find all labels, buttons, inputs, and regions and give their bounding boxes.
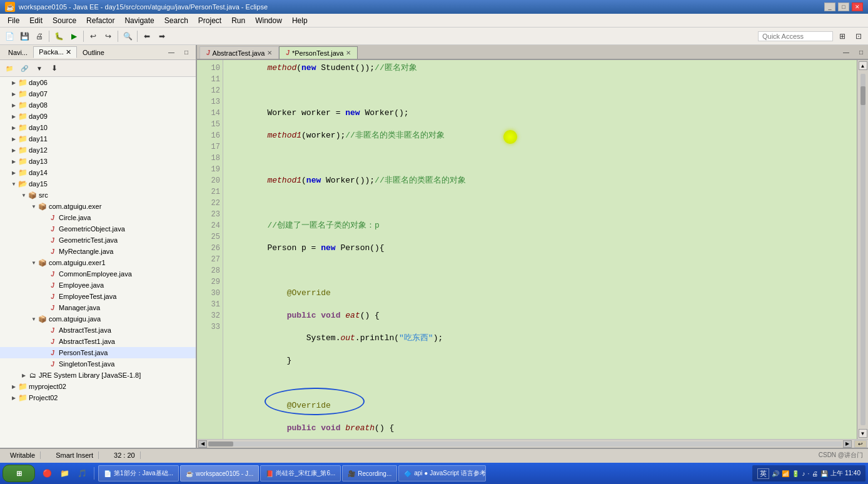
title-bar-controls[interactable]: _ □ ✕ <box>824 3 863 11</box>
minimize-button[interactable]: _ <box>824 3 835 11</box>
debug-button[interactable]: 🐛 <box>52 29 66 43</box>
minimize-panel-button[interactable]: — <box>164 46 178 59</box>
menu-navigate[interactable]: Navigate <box>119 15 159 26</box>
tree-item-day13[interactable]: ▶ 📁 day13 <box>0 156 196 167</box>
code-scroll[interactable]: 10 11 12 13 14 15 16 17 18 19 20 21 <box>197 60 857 439</box>
run-button[interactable]: ▶ <box>67 29 81 43</box>
menu-window[interactable]: Window <box>250 15 287 26</box>
menu-file[interactable]: File <box>3 15 24 26</box>
prev-button[interactable]: ➡ <box>155 29 169 43</box>
tree-item-myproject02[interactable]: ▶ 📁 myproject02 <box>0 381 196 392</box>
taskbar-app-recording[interactable]: 🎥 Recording... <box>342 465 397 481</box>
tree-item-singleton-test[interactable]: J SingletonTest.java <box>0 358 196 370</box>
tab-person-test[interactable]: J *PersonTest.java ✕ <box>279 46 358 59</box>
code-editor[interactable]: method(new Student());//匿名对象 Worker work… <box>223 60 857 439</box>
tree-item-exer[interactable]: ▼ 📦 com.atguigu.exer <box>0 201 196 212</box>
taskbar-explorer-icon[interactable]: 📁 <box>56 465 73 481</box>
horizontal-scroll-thumb[interactable] <box>208 441 233 446</box>
minimize-editor-button[interactable]: — <box>839 45 853 59</box>
tab-close-active-button[interactable]: ✕ <box>346 49 351 56</box>
print-icon[interactable]: 🖨 <box>812 470 818 477</box>
tab-outline[interactable]: Outline <box>77 47 110 58</box>
menu-edit[interactable]: Edit <box>24 15 48 26</box>
battery-icon[interactable]: 🔋 <box>792 470 799 477</box>
editor-area[interactable]: 10 11 12 13 14 15 16 17 18 19 20 21 <box>197 60 857 439</box>
tree-item-geometric-object[interactable]: J GeometricObject.java <box>0 223 196 234</box>
print-button[interactable]: 🖨 <box>33 29 46 43</box>
tree-item-circle[interactable]: J Circle.java <box>0 212 196 223</box>
tree-item-day15[interactable]: ▼ 📂 day15 <box>0 178 196 189</box>
close-button[interactable]: ✕ <box>852 3 863 11</box>
tab-package-explorer[interactable]: Packa... ✕ <box>33 46 77 58</box>
search-toolbar-button[interactable]: 🔍 <box>121 29 134 43</box>
scrollbar-thumb[interactable] <box>860 86 865 105</box>
tree-item-day08[interactable]: ▶ 📁 day08 <box>0 99 196 111</box>
music-icon[interactable]: ♪ <box>802 470 805 477</box>
tree-item-day14[interactable]: ▶ 📁 day14 <box>0 167 196 178</box>
mini-btn-1[interactable]: ▲ <box>859 61 867 70</box>
redo-button[interactable]: ↪ <box>101 29 115 43</box>
tab-close-button[interactable]: ✕ <box>267 49 272 56</box>
save-icon[interactable]: 💾 <box>820 470 828 477</box>
tree-item-day12[interactable]: ▶ 📁 day12 <box>0 144 196 156</box>
tree-item-jre[interactable]: ▶ 🗂 JRE System Library [JavaSE-1.8] <box>0 370 196 381</box>
tree-item-project02[interactable]: ▶ 📁 Project02 <box>0 392 196 403</box>
next-button[interactable]: ⬅ <box>140 29 154 43</box>
view-btn[interactable]: ⊡ <box>852 29 865 43</box>
taskbar-chrome-icon[interactable]: 🔴 <box>39 465 55 481</box>
tree-item-common-employee[interactable]: J CommonEmployee.java <box>0 268 196 280</box>
tree-item-src[interactable]: ▼ 📦 src <box>0 189 196 201</box>
perspective-btn[interactable]: ⊞ <box>835 29 849 43</box>
menu-help[interactable]: Help <box>287 15 313 26</box>
tree-item-myrectangle[interactable]: J MyRectangle.java <box>0 246 196 257</box>
tree-item-day06[interactable]: ▶ 📁 day06 <box>0 77 196 88</box>
tree-item-day07[interactable]: ▶ 📁 day07 <box>0 88 196 99</box>
tab-navigator[interactable]: Navi... <box>3 47 33 58</box>
tree-item-abstract-test[interactable]: J AbstractTest.java <box>0 325 196 336</box>
tree-item-person-test[interactable]: J PersonTest.java <box>0 347 196 358</box>
scroll-right-button[interactable]: ▶ <box>843 440 852 448</box>
tree-item-geometric-test[interactable]: J GeometricTest.java <box>0 234 196 246</box>
tree-item-employee[interactable]: J Employee.java <box>0 280 196 291</box>
maximize-editor-button[interactable]: □ <box>854 45 868 59</box>
tree-item-manager[interactable]: J Manager.java <box>0 302 196 313</box>
scroll-left-button[interactable]: ◀ <box>198 440 207 448</box>
tree-item-day10[interactable]: ▶ 📁 day10 <box>0 122 196 133</box>
view-menu-button[interactable]: ▼ <box>33 61 46 75</box>
tree-item-day09[interactable]: ▶ 📁 day09 <box>0 111 196 122</box>
save-button[interactable]: 💾 <box>18 29 31 43</box>
horizontal-scroll-track[interactable] <box>208 441 842 446</box>
down-arrow-btn[interactable]: ⬇ <box>48 61 61 75</box>
menu-refactor[interactable]: Refactor <box>81 15 119 26</box>
src-icon: 📦 <box>28 190 38 200</box>
tree-item-abstract-test1[interactable]: J AbstractTest1.java <box>0 336 196 347</box>
quick-access-input[interactable] <box>758 31 833 41</box>
menu-source[interactable]: Source <box>48 15 81 26</box>
volume-icon[interactable]: 🔊 <box>772 470 779 477</box>
undo-button[interactable]: ↩ <box>86 29 100 43</box>
maximize-panel-button[interactable]: □ <box>179 46 193 59</box>
tree-item-employee-test[interactable]: J EmployeeTest.java <box>0 291 196 302</box>
taskbar-media-icon[interactable]: 🎵 <box>74 465 90 481</box>
link-editor-button[interactable]: 🔗 <box>18 61 31 75</box>
taskbar-app-js-docs[interactable]: 🔷 api ● JavaScript 语言参考... <box>398 465 486 481</box>
new-button[interactable]: 📄 <box>3 29 16 43</box>
tree-item-java[interactable]: ▼ 📦 com.atguigu.java <box>0 313 196 325</box>
network-icon[interactable]: 📶 <box>782 470 789 477</box>
tree-item-exer1[interactable]: ▼ 📦 com.atguigu.exer1 <box>0 257 196 268</box>
restore-button[interactable]: □ <box>838 3 849 11</box>
taskbar-app-java-basics[interactable]: 📄 第1部分：Java基础... <box>98 465 179 481</box>
menu-search[interactable]: Search <box>159 15 193 26</box>
collapse-all-button[interactable]: 📁 <box>3 61 16 75</box>
taskbar-app-ppt[interactable]: 📕 尚硅谷_宋红康_第6... <box>260 465 341 481</box>
restore-editor-button[interactable]: ↩ <box>854 440 867 448</box>
start-button[interactable]: ⊞ <box>3 465 35 482</box>
panel-toolbar: 📁 🔗 ▼ ⬇ <box>0 60 196 77</box>
tree-item-day11[interactable]: ▶ 📁 day11 <box>0 133 196 144</box>
menu-run[interactable]: Run <box>226 15 250 26</box>
menu-project[interactable]: Project <box>193 15 226 26</box>
mini-btn-2[interactable]: ▼ <box>859 429 867 438</box>
ime-indicator[interactable]: 英 <box>757 468 769 479</box>
taskbar-app-eclipse[interactable]: ☕ workspace0105 - J... <box>180 465 259 481</box>
tab-abstract-test[interactable]: J AbstractTest.java ✕ <box>199 46 279 59</box>
